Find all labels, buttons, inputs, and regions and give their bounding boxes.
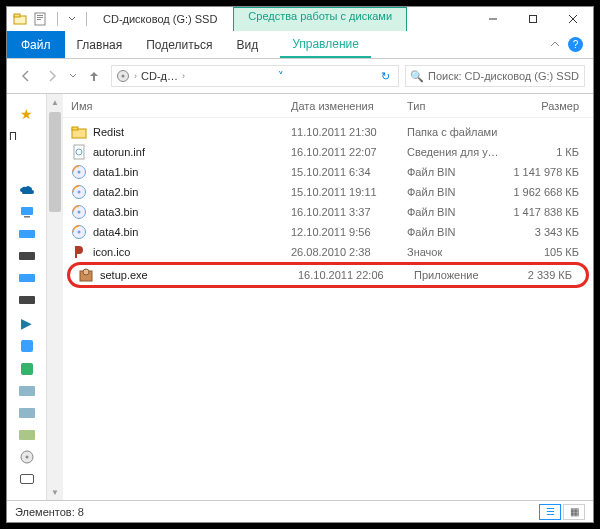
svg-point-21	[78, 171, 81, 174]
explorer-window: CD-дисковод (G:) SSD Средства работы с д…	[6, 6, 594, 523]
nav-item-icon[interactable]: ▶	[21, 315, 32, 331]
column-header-name[interactable]: Имя	[71, 100, 291, 112]
close-button[interactable]	[553, 7, 593, 31]
forward-button[interactable]	[41, 65, 63, 87]
file-type: Файл BIN	[403, 206, 503, 218]
explorer-app-icon	[13, 12, 27, 26]
file-type: Папка с файлами	[403, 126, 503, 138]
address-bar[interactable]: › CD-д… › ˅ ↻	[111, 65, 399, 87]
properties-icon[interactable]	[33, 12, 47, 26]
svg-rect-12	[21, 207, 33, 215]
history-dropdown-icon[interactable]	[67, 65, 79, 87]
cd-drive-icon[interactable]	[20, 450, 34, 464]
file-date: 16.10.2011 22:06	[298, 269, 410, 281]
file-list[interactable]: Redist11.10.2011 21:30Папка с файламиaut…	[63, 118, 593, 500]
file-row[interactable]: data3.bin16.10.2011 3:37Файл BIN1 417 83…	[63, 202, 593, 222]
svg-point-29	[83, 269, 89, 275]
quick-access-star-icon[interactable]: ★	[20, 106, 33, 122]
file-row[interactable]: Redist11.10.2011 21:30Папка с файлами	[63, 122, 593, 142]
file-row[interactable]: data4.bin12.10.2011 9:56Файл BIN3 343 КБ	[63, 222, 593, 242]
nav-item-icon[interactable]	[19, 293, 35, 307]
nav-item-icon[interactable]	[19, 249, 35, 263]
scroll-thumb[interactable]	[49, 112, 61, 212]
scroll-up-icon[interactable]: ▲	[47, 94, 63, 110]
column-header-size[interactable]: Размер	[503, 100, 593, 112]
file-row[interactable]: setup.exe16.10.2011 22:06Приложение2 339…	[74, 265, 586, 285]
context-tab-group: Средства работы с дисками	[233, 7, 407, 31]
address-dropdown-icon[interactable]: ˅	[274, 70, 288, 83]
navigation-pane[interactable]: ★ П ▶	[7, 94, 47, 500]
file-name: data3.bin	[93, 206, 138, 218]
maximize-button[interactable]	[513, 7, 553, 31]
file-date: 16.10.2011 3:37	[291, 206, 403, 218]
file-row[interactable]: data1.bin15.10.2011 6:34Файл BIN1 141 97…	[63, 162, 593, 182]
nav-item-icon[interactable]	[19, 384, 35, 398]
nav-item-icon[interactable]	[19, 428, 35, 442]
quick-access-label[interactable]: П	[9, 130, 44, 141]
ribbon-expand-icon[interactable]	[550, 39, 560, 51]
up-button[interactable]	[83, 65, 105, 87]
nav-item-icon[interactable]	[19, 227, 35, 241]
nav-item-icon[interactable]	[19, 406, 35, 420]
search-placeholder: Поиск: CD-дисковод (G:) SSD	[428, 70, 579, 82]
file-date: 12.10.2011 9:56	[291, 226, 403, 238]
nav-item-icon[interactable]	[21, 339, 33, 353]
qat-divider	[57, 12, 58, 26]
drive-icon	[116, 69, 130, 83]
scroll-down-icon[interactable]: ▼	[47, 484, 63, 500]
ribbon-tab-home[interactable]: Главная	[65, 31, 135, 58]
breadcrumb-item[interactable]: CD-д…	[141, 70, 178, 82]
file-date: 26.08.2010 2:38	[291, 246, 403, 258]
ribbon-tabs: Файл Главная Поделиться Вид Управление ?	[7, 31, 593, 59]
file-list-area: Имя Дата изменения Тип Размер Redist11.1…	[63, 94, 593, 500]
column-header-type[interactable]: Тип	[403, 100, 503, 112]
navpane-scrollbar[interactable]: ▲ ▼	[47, 94, 63, 500]
content-area: ★ П ▶ ▲	[7, 94, 593, 500]
file-type: Файл BIN	[403, 226, 503, 238]
qat-customize-icon[interactable]	[68, 15, 76, 23]
ico-icon	[71, 244, 87, 260]
exe-icon	[78, 267, 94, 283]
file-row[interactable]: autorun.inf16.10.2011 22:07Сведения для …	[63, 142, 593, 162]
column-header-date[interactable]: Дата изменения	[291, 100, 403, 112]
nav-item-icon[interactable]	[21, 362, 33, 376]
ribbon-tab-view[interactable]: Вид	[224, 31, 270, 58]
bin-icon	[71, 204, 87, 220]
file-name: Redist	[93, 126, 124, 138]
folder-icon	[71, 124, 87, 140]
network-icon[interactable]	[20, 472, 34, 486]
svg-point-15	[25, 455, 28, 458]
ribbon-tab-file[interactable]: Файл	[7, 31, 65, 58]
minimize-button[interactable]	[473, 7, 513, 31]
file-name: autorun.inf	[93, 146, 145, 158]
refresh-button[interactable]: ↻	[377, 70, 394, 83]
onedrive-icon[interactable]	[19, 183, 35, 197]
titlebar: CD-дисковод (G:) SSD Средства работы с д…	[7, 7, 593, 31]
qat-divider2	[86, 12, 87, 26]
bin-icon	[71, 184, 87, 200]
svg-rect-5	[37, 19, 41, 20]
file-row[interactable]: data2.bin15.10.2011 19:11Файл BIN1 962 6…	[63, 182, 593, 202]
nav-item-icon[interactable]	[19, 271, 35, 285]
details-view-button[interactable]: ☰	[539, 504, 561, 520]
bin-icon	[71, 164, 87, 180]
svg-rect-4	[37, 17, 43, 18]
file-size: 1 962 668 КБ	[503, 186, 593, 198]
ribbon-tab-share[interactable]: Поделиться	[134, 31, 224, 58]
file-type: Приложение	[410, 269, 510, 281]
file-size: 1 417 838 КБ	[503, 206, 593, 218]
search-box[interactable]: 🔍 Поиск: CD-дисковод (G:) SSD	[405, 65, 585, 87]
breadcrumb-sep-icon: ›	[134, 71, 137, 81]
icons-view-button[interactable]: ▦	[563, 504, 585, 520]
help-button[interactable]: ?	[568, 37, 583, 52]
view-toggles: ☰ ▦	[539, 504, 585, 520]
svg-point-27	[78, 231, 81, 234]
file-row[interactable]: icon.ico26.08.2010 2:38Значок105 КБ	[63, 242, 593, 262]
file-type: Сведения для уст…	[403, 146, 503, 158]
svg-rect-3	[37, 15, 43, 16]
back-button[interactable]	[15, 65, 37, 87]
file-name: data1.bin	[93, 166, 138, 178]
file-name: setup.exe	[100, 269, 148, 281]
thispc-icon[interactable]	[19, 205, 35, 219]
ribbon-tab-manage[interactable]: Управление	[280, 31, 371, 58]
